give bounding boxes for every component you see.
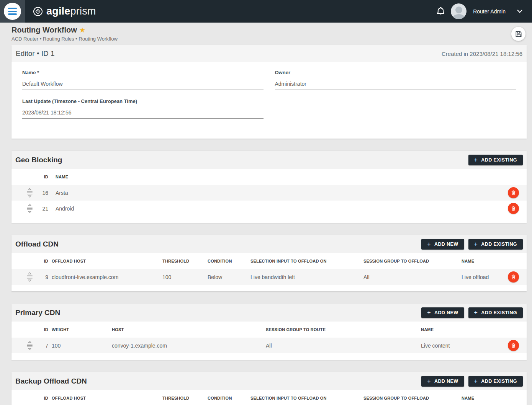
notifications-bell-button[interactable]: [435, 6, 446, 16]
brand-name: agileprism: [46, 5, 96, 17]
primary-cdn-title: Primary CDN: [15, 309, 60, 317]
offload-cdn-header: Offload CDN + ADD NEW + ADD EXISTING: [11, 235, 527, 253]
page-header: Routing Workflow ★ ACD Router • Routing …: [0, 23, 532, 45]
drag-handle-icon[interactable]: [25, 340, 34, 351]
breadcrumb: ACD Router • Routing Rules • Routing Wor…: [11, 36, 527, 42]
backup-offload-cdn-title: Backup Offload CDN: [15, 377, 87, 385]
plus-icon: +: [474, 157, 478, 163]
page-title: Routing Workflow ★: [11, 26, 527, 34]
drag-handle-icon[interactable]: [25, 271, 34, 283]
primary-cdn-header: Primary CDN + ADD NEW + ADD EXISTING: [11, 304, 527, 322]
brand-logo[interactable]: agileprism: [33, 0, 96, 23]
owner-field[interactable]: Administrator: [275, 81, 516, 90]
table-header-row: ID WEIGHT HOST SESSION GROUP TO ROUTE NA…: [11, 322, 527, 338]
chevron-down-icon[interactable]: [517, 9, 523, 13]
geo-blocking-table: ID NAME 16 Arsta: [11, 169, 527, 216]
user-avatar[interactable]: [451, 3, 467, 19]
offload-cdn-title: Offload CDN: [15, 240, 59, 248]
plus-icon: +: [427, 241, 431, 247]
trash-icon: [511, 343, 516, 348]
table-header-row: ID NAME: [11, 169, 527, 185]
last-update-field[interactable]: 2023/08/21 18:12:56: [22, 109, 264, 119]
drag-handle-icon[interactable]: [25, 187, 34, 199]
plus-icon: +: [474, 241, 478, 247]
plus-icon: +: [427, 310, 431, 316]
plus-icon: +: [474, 310, 478, 316]
trash-icon: [511, 190, 516, 196]
table-row: 7 100 convoy-1.example.com All Live cont…: [11, 338, 527, 353]
offload-add-new-button[interactable]: + ADD NEW: [421, 239, 464, 250]
trash-icon: [511, 206, 516, 211]
favorite-star-icon[interactable]: ★: [80, 26, 85, 34]
editor-card: Editor • ID 1 Created in 2023/08/21 18:1…: [11, 45, 527, 139]
backup-offload-cdn-table: ID OFFLOAD HOST THRESHOLD CONDITION SELE…: [11, 390, 527, 405]
table-header-row: ID OFFLOAD HOST THRESHOLD CONDITION SELE…: [11, 253, 527, 269]
name-field[interactable]: Default Workflow: [22, 81, 264, 90]
last-update-field-label: Last Update (Timezone - Central European…: [22, 98, 264, 104]
table-row: 16 Arsta: [11, 185, 527, 201]
prism-logo-icon: [33, 7, 43, 16]
delete-button[interactable]: [508, 187, 519, 198]
table-header-row: ID OFFLOAD HOST THRESHOLD CONDITION SELE…: [11, 390, 527, 405]
nav-left-strip: [0, 0, 25, 23]
save-floppy-icon: [515, 30, 522, 38]
backup-offload-cdn-header: Backup Offload CDN + ADD NEW + ADD EXIST…: [11, 372, 527, 390]
table-row: 21 Android: [11, 201, 527, 216]
editor-card-header: Editor • ID 1 Created in 2023/08/21 18:1…: [11, 45, 527, 62]
backup-add-existing-button[interactable]: + ADD EXISTING: [468, 376, 523, 387]
geo-blocking-header: Geo Blocking + ADD EXISTING: [11, 151, 527, 169]
offload-cdn-card: Offload CDN + ADD NEW + ADD EXISTING ID …: [11, 235, 527, 291]
name-field-label: Name *: [22, 70, 264, 75]
primary-cdn-table: ID WEIGHT HOST SESSION GROUP TO ROUTE NA…: [11, 322, 527, 353]
backup-offload-cdn-card: Backup Offload CDN + ADD NEW + ADD EXIST…: [11, 372, 527, 405]
delete-button[interactable]: [508, 271, 519, 283]
geo-add-existing-button[interactable]: + ADD EXISTING: [468, 155, 523, 165]
save-button[interactable]: [511, 27, 525, 41]
bell-icon: [435, 6, 446, 16]
offload-add-existing-button[interactable]: + ADD EXISTING: [468, 239, 523, 250]
delete-button[interactable]: [508, 340, 519, 351]
backup-add-new-button[interactable]: + ADD NEW: [421, 376, 464, 387]
geo-blocking-title: Geo Blocking: [15, 156, 62, 164]
delete-button[interactable]: [508, 203, 519, 214]
hamburger-menu-button[interactable]: [4, 3, 21, 20]
plus-icon: +: [427, 378, 431, 384]
plus-icon: +: [474, 378, 478, 384]
drag-handle-icon[interactable]: [25, 202, 34, 214]
top-navbar: agileprism Router Admin: [0, 0, 532, 23]
owner-field-label: Owner: [275, 70, 516, 75]
table-row: 9 cloudfront-live.example.com 100 Below …: [11, 269, 527, 285]
geo-blocking-card: Geo Blocking + ADD EXISTING ID NAME: [11, 151, 527, 223]
primary-add-existing-button[interactable]: + ADD EXISTING: [468, 307, 523, 318]
created-timestamp: Created in 2023/08/21 18:12:56: [442, 51, 522, 57]
trash-icon: [511, 274, 516, 280]
user-name-label: Router Admin: [473, 8, 506, 15]
offload-cdn-table: ID OFFLOAD HOST THRESHOLD CONDITION SELE…: [11, 253, 527, 285]
primary-add-new-button[interactable]: + ADD NEW: [421, 307, 464, 318]
primary-cdn-card: Primary CDN + ADD NEW + ADD EXISTING ID …: [11, 304, 527, 360]
editor-title: Editor • ID 1: [16, 49, 55, 58]
hamburger-icon: [8, 8, 17, 9]
